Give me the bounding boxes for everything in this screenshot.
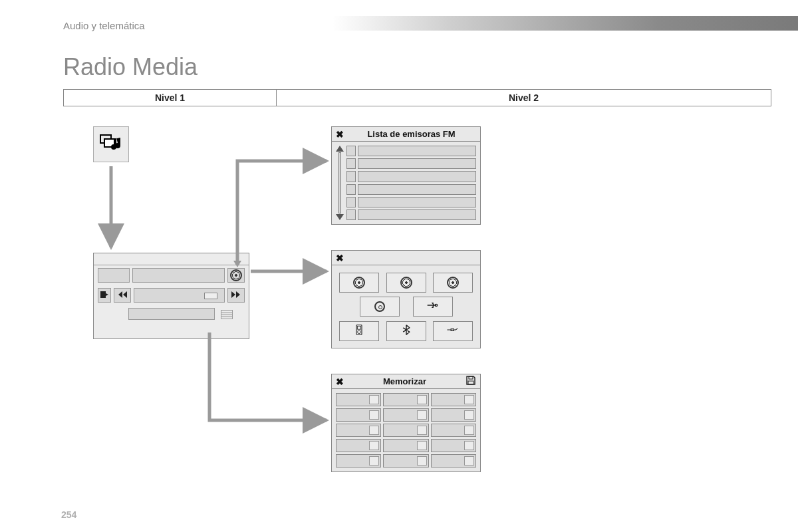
- level-2-header: Nivel 2: [276, 89, 771, 106]
- level-1-header: Nivel 1: [63, 89, 276, 106]
- flow-arrows: [63, 113, 529, 492]
- page-number: 254: [61, 509, 76, 520]
- svg-marker-8: [233, 261, 241, 267]
- page-title: Radio Media: [63, 53, 198, 81]
- level-header-row: Nivel 1 Nivel 2: [63, 89, 771, 106]
- header-gradient: [332, 16, 798, 31]
- breadcrumb: Audio y telemática: [63, 20, 145, 31]
